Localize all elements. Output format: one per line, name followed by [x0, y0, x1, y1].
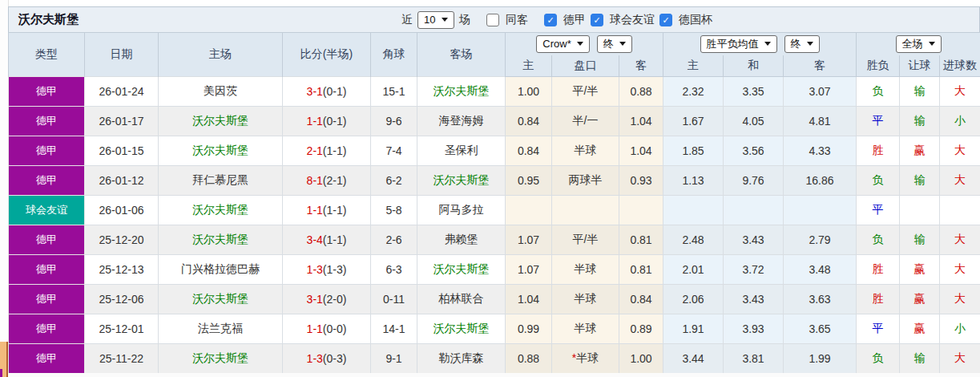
odds-company-select[interactable]: Crow*: [536, 35, 589, 53]
handicap-text: 两球半: [569, 173, 603, 186]
result-handicap: 输: [900, 344, 940, 374]
odds-home: 0.95: [506, 166, 552, 196]
odds-stage-select[interactable]: 终: [597, 35, 632, 53]
corner-score: 2-6: [371, 225, 417, 255]
col-header-result: 胜负: [857, 55, 900, 77]
table-row: 德甲 25-12-01 法兰克福 1-1(0-0) 14-1 沃尔夫斯堡 0.9…: [9, 314, 980, 344]
result-wdl: 负: [857, 166, 900, 196]
away-team: 沃尔夫斯堡: [417, 166, 506, 196]
result-goals: 大: [940, 344, 980, 374]
away-team: 阿马多拉: [417, 196, 506, 225]
away-team: 勒沃库森: [417, 344, 506, 374]
col-header-mean-draw: 和: [724, 55, 784, 77]
mean-home: 2.48: [663, 225, 724, 255]
match-date: 25-12-01: [85, 314, 159, 344]
odds-home: 1.07: [506, 255, 552, 285]
col-header-score: 比分(半场): [283, 33, 371, 77]
corner-score: 15-1: [371, 77, 417, 107]
handicap-text: 平/半: [573, 233, 599, 245]
full-time-score: 1-3: [307, 352, 323, 365]
corner-score: 6-3: [371, 255, 417, 285]
mean-draw: 3.35: [724, 77, 784, 107]
mean-type-value: 胜平负均值: [707, 38, 759, 51]
corner-score: 7-4: [371, 136, 417, 166]
club-friendly-label: 球会友谊: [610, 13, 655, 27]
league-type-cell: 德甲: [9, 136, 85, 166]
result-handicap: 赢: [900, 136, 940, 166]
chevron-down-icon: [929, 42, 935, 46]
filter-controls: 近 10 场 同客 德甲 球会友谊 德国杯: [401, 11, 712, 29]
chevron-down-icon: [619, 42, 626, 46]
away-team: 柏林联合: [417, 285, 506, 314]
col-header-mean-away: 客: [784, 55, 857, 77]
full-match-value: 全场: [902, 38, 923, 51]
home-team: 沃尔夫斯堡: [159, 107, 283, 136]
same-away-checkbox[interactable]: [486, 14, 499, 26]
mean-away: 3.63: [784, 285, 857, 314]
result-wdl: 负: [857, 344, 900, 374]
games-label: 场: [459, 13, 470, 27]
corner-score: 9-6: [371, 107, 417, 136]
match-date: 25-12-13: [85, 255, 159, 285]
corner-score: 5-8: [371, 196, 417, 225]
handicap: 平/半: [552, 225, 619, 255]
score-cell: 3-1(0-1): [283, 77, 371, 107]
mean-draw: 3.81: [724, 344, 784, 374]
corner-score: 14-1: [371, 314, 417, 344]
table-row: 德甲 26-01-15 沃尔夫斯堡 2-1(1-1) 7-4 圣保利 0.84 …: [9, 136, 980, 166]
result-goals: 大: [940, 166, 980, 196]
corner-score: 0-11: [371, 285, 417, 314]
result-goals: 大: [940, 285, 980, 314]
home-team: 沃尔夫斯堡: [159, 196, 283, 225]
mean-draw: 3.93: [724, 314, 784, 344]
odds-home: 0.99: [506, 314, 552, 344]
mean-type-select[interactable]: 胜平负均值: [700, 35, 777, 53]
home-team: 沃尔夫斯堡: [159, 285, 283, 314]
chevron-down-icon: [577, 42, 583, 46]
mean-home: 1.85: [663, 136, 724, 166]
odds-away: 0.81: [619, 225, 663, 255]
table-row: 德甲 26-01-24 美因茨 3-1(0-1) 15-1 沃尔夫斯堡 1.00…: [9, 77, 980, 107]
full-time-score: 8-1: [307, 174, 323, 187]
odds-away: 1.04: [619, 107, 663, 136]
handicap: 平/半: [552, 77, 619, 107]
recent-count-select[interactable]: 10: [417, 11, 454, 29]
half-time-score: (0-1): [323, 85, 347, 98]
match-history-table: 类型 日期 主场 比分(半场) 角球 客场 Crow* 终: [8, 32, 980, 374]
league-type-cell: 德甲: [9, 225, 85, 255]
half-time-score: (1-1): [323, 144, 347, 157]
bundesliga-checkbox[interactable]: [544, 14, 557, 26]
handicap: [552, 196, 619, 225]
panel-titlebar: 沃尔夫斯堡 近 10 场 同客 德甲 球会友谊 德国杯: [8, 6, 980, 32]
full-match-group-header: 全场: [857, 33, 980, 55]
score-cell: 1-1(0-0): [283, 314, 371, 344]
full-time-score: 1-1: [307, 204, 323, 217]
score-cell: 1-3(0-3): [283, 344, 371, 374]
league-type-cell: 德甲: [9, 314, 85, 344]
full-match-select[interactable]: 全场: [896, 35, 942, 53]
left-edge-purple-sliver: [0, 369, 2, 377]
mean-home: 1.91: [663, 314, 724, 344]
dfb-pokal-label: 德国杯: [679, 13, 712, 27]
mean-away: [784, 196, 857, 225]
odds-home: [506, 196, 552, 225]
chevron-down-icon: [807, 42, 813, 46]
odds-group-header: Crow* 终: [506, 33, 663, 55]
match-date: 26-01-17: [85, 107, 159, 136]
mean-away: 4.81: [784, 107, 857, 136]
recent-count-value: 10: [424, 14, 435, 26]
dfb-pokal-checkbox[interactable]: [659, 14, 672, 26]
home-team: 美因茨: [159, 77, 283, 107]
mean-home: 2.32: [663, 77, 724, 107]
mean-home: 3.44: [663, 344, 724, 374]
result-goals: 大: [940, 77, 980, 107]
odds-home: 1.07: [506, 225, 552, 255]
result-handicap: 输: [900, 107, 940, 136]
score-cell: 2-1(1-1): [283, 136, 371, 166]
match-date: 26-01-24: [85, 77, 159, 107]
score-cell: 8-1(2-1): [283, 166, 371, 196]
mean-stage-select[interactable]: 终: [784, 35, 820, 53]
club-friendly-checkbox[interactable]: [591, 14, 603, 26]
score-cell: 3-4(1-1): [283, 225, 371, 255]
col-header-odds-away: 客: [619, 55, 663, 77]
